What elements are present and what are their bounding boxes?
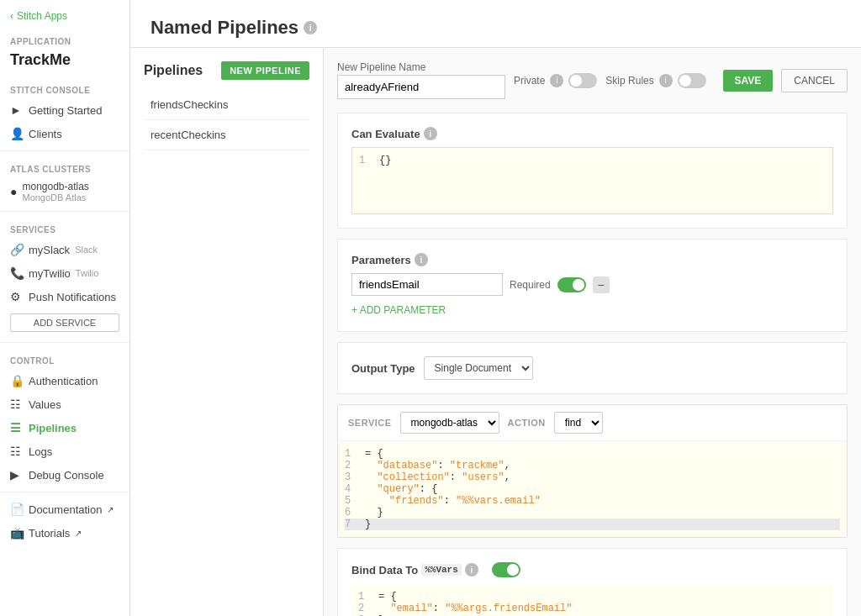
pipelines-header: Pipelines NEW PIPELINE bbox=[144, 61, 309, 80]
header-info-icon[interactable]: i bbox=[304, 21, 317, 34]
docs-icon: 📄 bbox=[10, 503, 24, 516]
private-info-icon[interactable]: i bbox=[550, 74, 563, 87]
content-area: Pipelines NEW PIPELINE friendsCheckins r… bbox=[130, 48, 861, 616]
stage-line-1: 1 = { bbox=[345, 448, 840, 460]
add-parameter-button[interactable]: + ADD PARAMETER bbox=[351, 303, 446, 318]
private-toggle[interactable] bbox=[568, 73, 597, 88]
param-name-input[interactable] bbox=[351, 273, 503, 296]
pipeline-list: friendsCheckins recentCheckins bbox=[144, 90, 309, 150]
parameters-info-icon[interactable]: i bbox=[415, 253, 428, 266]
push-icon: ⚙ bbox=[10, 290, 24, 303]
action-select[interactable]: find bbox=[554, 412, 603, 434]
sidebar-item-push-notifications[interactable]: ⚙ Push Notifications bbox=[0, 285, 129, 308]
add-service-button[interactable]: ADD SERVICE bbox=[10, 313, 119, 332]
pipeline-name-group: New Pipeline Name bbox=[337, 61, 505, 99]
pipelines-title: Pipelines bbox=[144, 63, 203, 78]
sidebar-item-pipelines[interactable]: ☰ Pipelines bbox=[0, 416, 129, 440]
external-link-icon: ↗ bbox=[107, 505, 114, 514]
atlas-clusters-label: ATLAS CLUSTERS bbox=[0, 156, 129, 177]
sidebar: ‹ Stitch Apps APPLICATION TrackMe STITCH… bbox=[0, 0, 130, 616]
bind-data-info-icon[interactable]: i bbox=[465, 563, 478, 577]
params-row: Required − bbox=[351, 273, 833, 296]
sidebar-item-clients[interactable]: 👤 Clients bbox=[0, 122, 129, 145]
pipeline-item-1[interactable]: recentCheckins bbox=[144, 120, 309, 150]
stitch-console-label: STITCH CONSOLE bbox=[0, 77, 129, 98]
stage-code-editor[interactable]: 1 = { 2 "database": "trackme", 3 "collec… bbox=[338, 441, 847, 537]
skip-rules-info-icon[interactable]: i bbox=[659, 74, 673, 87]
sidebar-item-mytwilio[interactable]: 📞 myTwilio Twilio bbox=[0, 261, 129, 285]
editor-top-bar: New Pipeline Name Private i Skip Rules i bbox=[337, 61, 848, 99]
bind-data-title: Bind Data To %%Vars i bbox=[351, 563, 478, 577]
sidebar-item-getting-started[interactable]: ► Getting Started bbox=[0, 98, 129, 122]
new-pipeline-button[interactable]: NEW PIPELINE bbox=[221, 61, 309, 80]
service-select[interactable]: mongodb-atlas bbox=[400, 412, 499, 434]
bind-data-toggle[interactable] bbox=[492, 562, 520, 577]
pipeline-stage: SERVICE mongodb-atlas ACTION find 1 = { bbox=[337, 404, 848, 538]
clients-icon: 👤 bbox=[10, 127, 24, 140]
bind-data-header: Bind Data To %%Vars i bbox=[351, 562, 833, 577]
skip-rules-toggle[interactable] bbox=[678, 73, 706, 88]
parameters-section: Parameters i Required − + ADD PARAMETER bbox=[337, 239, 848, 332]
stage-line-3: 3 "collection": "users", bbox=[345, 471, 840, 483]
app-name: TrackMe bbox=[0, 50, 129, 77]
tutorials-icon: 📺 bbox=[10, 526, 24, 540]
remove-param-button[interactable]: − bbox=[593, 276, 610, 293]
debug-icon: ▶ bbox=[10, 468, 24, 482]
pipeline-item-0[interactable]: friendsCheckins bbox=[144, 90, 309, 120]
bind-line-1: 1 = { bbox=[358, 591, 827, 603]
page-header: Named Pipelines i bbox=[130, 0, 861, 48]
bind-line-2: 2 "email": "%%args.friendsEmail" bbox=[358, 603, 827, 614]
can-evaluate-info-icon[interactable]: i bbox=[424, 127, 437, 140]
sidebar-item-authentication[interactable]: 🔒 Authentication bbox=[0, 369, 129, 392]
slack-icon: 🔗 bbox=[10, 243, 24, 256]
control-label: CONTROL bbox=[0, 348, 129, 369]
can-evaluate-section: Can Evaluate i 1 {} bbox=[337, 113, 848, 229]
sidebar-item-debug-console[interactable]: ▶ Debug Console bbox=[0, 463, 129, 487]
output-type-row: Output Type Single Document bbox=[351, 356, 833, 380]
bind-data-code-editor[interactable]: 1 = { 2 "email": "%%args.friendsEmail" 3… bbox=[351, 584, 833, 616]
skip-rules-toggle-group: Skip Rules i bbox=[605, 73, 705, 88]
terminal-icon: ► bbox=[10, 103, 24, 117]
main-content: Named Pipelines i Pipelines NEW PIPELINE… bbox=[130, 0, 861, 616]
sidebar-item-logs[interactable]: ☷ Logs bbox=[0, 440, 129, 463]
can-evaluate-editor[interactable]: 1 {} bbox=[351, 147, 833, 214]
cluster-item[interactable]: ● mongodb-atlas MongoDB Atlas bbox=[0, 177, 129, 206]
external-link-icon2: ↗ bbox=[75, 529, 82, 538]
stage-line-6: 6 } bbox=[345, 507, 840, 519]
back-link[interactable]: ‹ Stitch Apps bbox=[0, 0, 129, 29]
private-toggle-group: Private i bbox=[514, 73, 597, 88]
stage-line-2: 2 "database": "trackme", bbox=[345, 460, 840, 471]
page-title: Named Pipelines i bbox=[151, 17, 841, 39]
app-section-label: APPLICATION bbox=[0, 29, 129, 50]
stage-line-4: 4 "query": { bbox=[345, 483, 840, 495]
cluster-icon: ● bbox=[10, 185, 17, 198]
cancel-button[interactable]: CANCEL bbox=[781, 69, 848, 92]
sidebar-item-values[interactable]: ☷ Values bbox=[0, 392, 129, 416]
pipelines-panel: Pipelines NEW PIPELINE friendsCheckins r… bbox=[130, 48, 324, 616]
sidebar-item-tutorials[interactable]: 📺 Tutorials ↗ bbox=[0, 521, 129, 545]
code-line-1: 1 {} bbox=[359, 155, 826, 166]
sidebar-item-documentation[interactable]: 📄 Documentation ↗ bbox=[0, 498, 129, 521]
output-type-section: Output Type Single Document bbox=[337, 342, 848, 394]
back-arrow-icon: ‹ bbox=[10, 10, 13, 22]
save-button[interactable]: SAVE bbox=[723, 70, 774, 92]
logs-icon: ☷ bbox=[10, 445, 24, 458]
required-toggle[interactable] bbox=[557, 277, 586, 292]
pipelines-icon: ☰ bbox=[10, 421, 24, 434]
stage-header: SERVICE mongodb-atlas ACTION find bbox=[338, 405, 847, 441]
can-evaluate-label: Can Evaluate i bbox=[351, 127, 833, 140]
auth-icon: 🔒 bbox=[10, 374, 24, 387]
stage-line-5: 5 "friends": "%%vars.email" bbox=[345, 495, 840, 507]
values-icon: ☷ bbox=[10, 398, 24, 411]
parameters-label: Parameters i bbox=[351, 253, 833, 266]
sidebar-item-myslack[interactable]: 🔗 mySlack Slack bbox=[0, 238, 129, 261]
twilio-icon: 📞 bbox=[10, 266, 24, 280]
output-type-label: Output Type bbox=[351, 362, 415, 375]
output-type-select[interactable]: Single Document bbox=[424, 356, 533, 380]
services-label: SERVICES bbox=[0, 217, 129, 238]
editor-panel: New Pipeline Name Private i Skip Rules i bbox=[324, 48, 861, 616]
pipeline-name-input[interactable] bbox=[337, 75, 505, 99]
stage-line-7: 7 } bbox=[345, 519, 840, 530]
bind-data-section: Bind Data To %%Vars i 1 = { bbox=[337, 548, 848, 616]
